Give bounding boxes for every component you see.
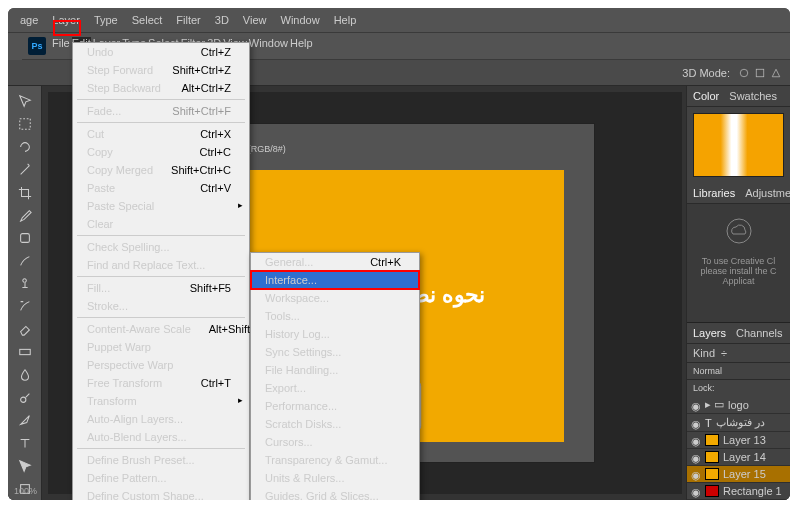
menu-item[interactable]: PasteCtrl+V [73,179,249,197]
photoshop-logo-icon: Ps [28,37,46,55]
zoom-level[interactable]: 100% [14,486,37,496]
history-brush-tool-icon[interactable] [11,296,39,317]
menu-item[interactable]: Paste Special [73,197,249,215]
libraries-panel-body: To use Creative Cl please install the C … [687,204,790,322]
menu-item[interactable]: Find and Replace Text... [73,256,249,274]
creative-cloud-icon [724,216,754,246]
tab-swatches[interactable]: Swatches [729,90,777,102]
mode-3d-buttons[interactable] [738,67,782,79]
menu-item[interactable]: CopyCtrl+C [73,143,249,161]
lasso-tool-icon[interactable] [11,137,39,158]
menu-item[interactable]: Free TransformCtrl+T [73,374,249,392]
color-panel-tabs: Color Swatches [687,86,790,107]
menu-item: Clear [73,215,249,233]
svg-point-8 [727,219,751,243]
pen-tool-icon[interactable] [11,410,39,431]
blend-mode-select[interactable]: Normal [687,362,790,380]
menu-item[interactable]: Interface... [251,271,419,289]
layer-row[interactable]: ◉Layer 15 [687,466,790,483]
menu-item[interactable]: Copy MergedShift+Ctrl+C [73,161,249,179]
eye-icon[interactable]: ◉ [691,418,701,428]
edit-menu-dropdown: UndoCtrl+ZStep ForwardShift+Ctrl+ZStep B… [72,42,250,500]
eyedropper-tool-icon[interactable] [11,205,39,226]
menu-item[interactable]: Transform [73,392,249,410]
layers-panel-tabs: Layers Channels Path [687,322,790,344]
eraser-tool-icon[interactable] [11,319,39,340]
menu-item[interactable]: Guides, Grid & Slices... [251,487,419,500]
filter-dropdown-icon[interactable]: ÷ [721,347,727,359]
svg-point-5 [21,397,26,402]
menu-item[interactable]: Type [88,12,124,28]
toolbox [8,86,42,500]
menu-item[interactable]: Content-Aware ScaleAlt+Shift+Ctrl+C [73,320,249,338]
menu-file[interactable]: File [52,37,70,55]
menu-item[interactable]: Check Spelling... [73,238,249,256]
menu-item: Puppet Warp [73,338,249,356]
color-picker-ramp[interactable] [693,113,784,177]
menu-item[interactable]: UndoCtrl+Z [73,43,249,61]
menu-item[interactable]: Cursors... [251,433,419,451]
wand-tool-icon[interactable] [11,159,39,180]
menu-item[interactable]: age [14,12,44,28]
tab-channels[interactable]: Channels [736,327,782,339]
menu-item: Stroke... [73,297,249,315]
tab-layers[interactable]: Layers [693,327,726,339]
lock-row: Lock: [687,380,790,396]
eye-icon[interactable]: ◉ [691,452,701,462]
menu-item[interactable]: General...Ctrl+K [251,253,419,271]
layer-row[interactable]: ◉Tدر فتوشاپ [687,414,790,432]
menu-item[interactable]: Window [275,12,326,28]
menu-item[interactable]: CutCtrl+X [73,125,249,143]
menu-item[interactable]: Fill...Shift+F5 [73,279,249,297]
crop-tool-icon[interactable] [11,182,39,203]
menu-item[interactable]: Define Pattern... [73,469,249,487]
menu-item[interactable]: Units & Rulers... [251,469,419,487]
menu-item[interactable]: File Handling... [251,361,419,379]
tab-libraries[interactable]: Libraries [693,187,735,199]
layer-row[interactable]: ◉▸ ▭logo [687,396,790,414]
heal-tool-icon[interactable] [11,228,39,249]
eye-icon[interactable]: ◉ [691,469,701,479]
menu-item: Fade...Shift+Ctrl+F [73,102,249,120]
blur-tool-icon[interactable] [11,364,39,385]
menu-item[interactable]: Scratch Disks... [251,415,419,433]
menu-item[interactable]: Workspace... [251,289,419,307]
menu-item[interactable]: Tools... [251,307,419,325]
menu-item[interactable]: History Log... [251,325,419,343]
eye-icon[interactable]: ◉ [691,486,701,496]
gradient-tool-icon[interactable] [11,342,39,363]
mode-3d-label: 3D Mode: [682,67,730,79]
menu-item[interactable]: Perspective Warp [73,356,249,374]
menu-item[interactable]: Step ForwardShift+Ctrl+Z [73,61,249,79]
menu-item[interactable]: Help [328,12,363,28]
layer-row[interactable]: ◉Layer 13 [687,432,790,449]
brush-tool-icon[interactable] [11,250,39,271]
photoshop-window: age Layer Type Select Filter 3D View Win… [8,8,790,500]
tab-color[interactable]: Color [693,90,719,102]
menu-item[interactable]: Export... [251,379,419,397]
menu-item[interactable]: Select [126,12,169,28]
menu-item[interactable]: Step BackwardAlt+Ctrl+Z [73,79,249,97]
layer-row[interactable]: ◉Rectangle 1 [687,483,790,500]
menu-window[interactable]: Window [249,37,288,55]
menu-item[interactable]: Filter [170,12,206,28]
menu-item[interactable]: View [237,12,273,28]
menu-item[interactable]: Layer [46,12,86,28]
menu-item[interactable]: 3D [209,12,235,28]
menu-item[interactable]: Sync Settings... [251,343,419,361]
menu-item[interactable]: Performance... [251,397,419,415]
menu-item[interactable]: Transparency & Gamut... [251,451,419,469]
tab-adjustments[interactable]: Adjustments [745,187,790,199]
type-tool-icon[interactable] [11,433,39,454]
marquee-tool-icon[interactable] [11,114,39,135]
svg-rect-1 [756,69,764,77]
move-tool-icon[interactable] [11,91,39,112]
dodge-tool-icon[interactable] [11,387,39,408]
eye-icon[interactable]: ◉ [691,435,701,445]
layer-row[interactable]: ◉Layer 14 [687,449,790,466]
menu-help[interactable]: Help [290,37,313,55]
menu-item[interactable]: Define Brush Preset... [73,451,249,469]
stamp-tool-icon[interactable] [11,273,39,294]
path-tool-icon[interactable] [11,456,39,477]
eye-icon[interactable]: ◉ [691,400,701,410]
